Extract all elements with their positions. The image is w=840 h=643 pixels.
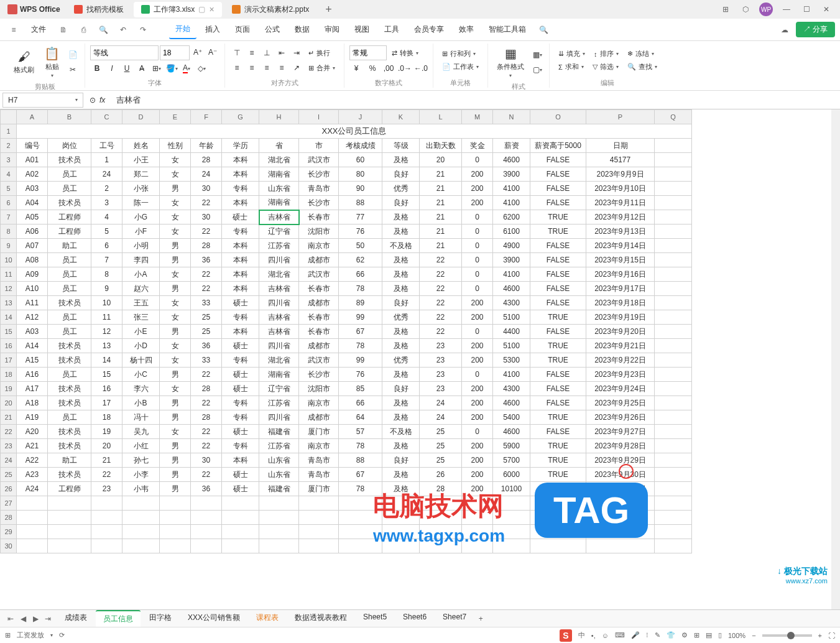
- zoom-out-icon[interactable]: −: [752, 632, 755, 639]
- row-header-7[interactable]: 7: [1, 210, 17, 224]
- cell[interactable]: 4: [91, 210, 122, 224]
- cell[interactable]: 10100: [493, 482, 530, 496]
- cell[interactable]: [91, 496, 122, 511]
- col-header-C[interactable]: C: [91, 110, 122, 124]
- cell[interactable]: 小张: [122, 182, 160, 196]
- cell[interactable]: 吉林省: [259, 210, 299, 224]
- cell[interactable]: 21: [420, 210, 462, 224]
- cell[interactable]: 23: [91, 482, 122, 496]
- copy-icon[interactable]: 📄: [66, 48, 80, 62]
- spreadsheet-grid[interactable]: ABCDEFGHIJKLMNOPQ1XXX公司员工信息2编号岗位工号姓名性别年龄…: [0, 109, 831, 609]
- align-right-icon[interactable]: ≡: [260, 61, 274, 75]
- cell[interactable]: 2023年10月1日: [586, 482, 655, 496]
- cell[interactable]: 0: [462, 325, 493, 339]
- cell[interactable]: 22: [420, 325, 462, 339]
- row-header-26[interactable]: 26: [1, 482, 17, 496]
- cell[interactable]: 工程师: [48, 210, 91, 224]
- bold-icon[interactable]: B: [90, 62, 104, 75]
- cell[interactable]: 5400: [493, 410, 530, 425]
- sheet-tab-6[interactable]: Sheet5: [356, 610, 394, 627]
- cell[interactable]: 女: [160, 296, 191, 310]
- view-page-icon[interactable]: ▤: [706, 631, 712, 639]
- cell[interactable]: 员工: [48, 253, 91, 267]
- row-header-10[interactable]: 10: [1, 253, 17, 267]
- cell[interactable]: [655, 439, 692, 453]
- cell[interactable]: 女: [160, 310, 191, 325]
- cell[interactable]: 22: [191, 368, 222, 382]
- decrease-decimal-icon[interactable]: ←.0: [414, 62, 428, 75]
- cell[interactable]: 男: [160, 396, 191, 410]
- cell[interactable]: 及格: [382, 224, 420, 239]
- cell[interactable]: [530, 496, 586, 511]
- close-button[interactable]: ✕: [820, 3, 833, 16]
- cell[interactable]: 技术员: [48, 439, 91, 453]
- cell[interactable]: 3900: [493, 253, 530, 267]
- cell[interactable]: 小王: [122, 153, 160, 167]
- cell[interactable]: 技术员: [48, 339, 91, 353]
- cell[interactable]: 本科: [222, 325, 259, 339]
- cell[interactable]: [586, 511, 655, 525]
- row-header-16[interactable]: 16: [1, 339, 17, 353]
- cell[interactable]: A14: [17, 339, 48, 353]
- cell[interactable]: [160, 539, 191, 553]
- cell[interactable]: 22: [420, 282, 462, 296]
- cell[interactable]: 25: [420, 439, 462, 453]
- cell[interactable]: [259, 496, 299, 511]
- cell[interactable]: 30: [191, 453, 222, 468]
- cell[interactable]: 沈阳市: [299, 224, 339, 239]
- row-header-29[interactable]: 29: [1, 525, 17, 539]
- name-box[interactable]: H7 ▾: [2, 93, 83, 108]
- row-header-11[interactable]: 11: [1, 267, 17, 282]
- cell[interactable]: 四川省: [259, 296, 299, 310]
- col-header-F[interactable]: F: [191, 110, 222, 124]
- cell[interactable]: 工程师: [48, 224, 91, 239]
- add-tab-button[interactable]: +: [318, 3, 339, 16]
- filter-button[interactable]: ▽筛选▾: [589, 61, 622, 73]
- row-header-22[interactable]: 22: [1, 425, 17, 439]
- cell[interactable]: 本科: [222, 253, 259, 267]
- cell[interactable]: [91, 525, 122, 539]
- cell[interactable]: [493, 511, 530, 525]
- header-cell[interactable]: 工号: [91, 139, 122, 153]
- search-icon[interactable]: 🔍: [535, 21, 552, 39]
- cell[interactable]: 5700: [493, 453, 530, 468]
- minimize-button[interactable]: —: [780, 3, 793, 16]
- cell[interactable]: 33: [191, 296, 222, 310]
- cell[interactable]: 小E: [122, 325, 160, 339]
- cell[interactable]: [655, 196, 692, 210]
- cell[interactable]: [382, 496, 420, 511]
- row-header-25[interactable]: 25: [1, 468, 17, 482]
- formula-input[interactable]: 吉林省: [111, 95, 838, 106]
- cell[interactable]: 及格: [382, 482, 420, 496]
- cell[interactable]: 长沙市: [299, 368, 339, 382]
- cell[interactable]: 沈阳市: [299, 382, 339, 396]
- row-header-3[interactable]: 3: [1, 153, 17, 167]
- cell[interactable]: 本科: [222, 167, 259, 182]
- cell[interactable]: 小B: [122, 396, 160, 410]
- cell[interactable]: [655, 382, 692, 396]
- cell[interactable]: 技术员: [48, 196, 91, 210]
- cell[interactable]: 200: [462, 439, 493, 453]
- row-header-17[interactable]: 17: [1, 353, 17, 368]
- cell[interactable]: 36: [191, 339, 222, 353]
- cell[interactable]: 23: [420, 339, 462, 353]
- header-cell[interactable]: 省: [259, 139, 299, 153]
- cell[interactable]: [655, 511, 692, 525]
- cell[interactable]: [122, 496, 160, 511]
- sogou-ime-icon[interactable]: S: [560, 629, 572, 642]
- cell[interactable]: [222, 539, 259, 553]
- cell[interactable]: 专科: [222, 310, 259, 325]
- cell[interactable]: 0: [462, 425, 493, 439]
- cell[interactable]: 男: [160, 239, 191, 253]
- clear-format-icon[interactable]: ◇▾: [195, 62, 208, 75]
- cell[interactable]: 陈一: [122, 196, 160, 210]
- menu-member[interactable]: 会员专享: [408, 21, 450, 39]
- cell[interactable]: TRUE: [530, 310, 586, 325]
- cell[interactable]: 湖南省: [259, 167, 299, 182]
- cell[interactable]: 60: [339, 153, 382, 167]
- cell[interactable]: A09: [17, 267, 48, 282]
- cell[interactable]: 女: [160, 196, 191, 210]
- cell[interactable]: 21: [420, 224, 462, 239]
- cell[interactable]: 四川省: [259, 410, 299, 425]
- cell[interactable]: A24: [17, 482, 48, 496]
